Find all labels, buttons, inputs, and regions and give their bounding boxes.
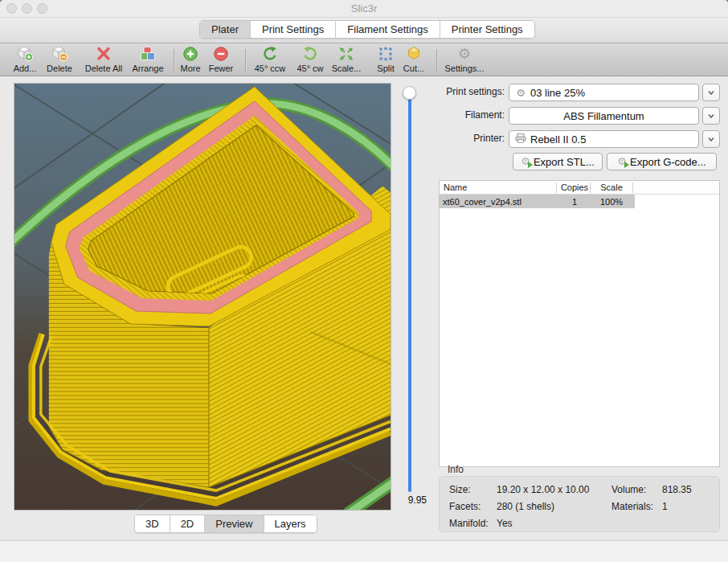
toolbar-separator [245,49,246,72]
fewer-copies-button[interactable]: Fewer [203,45,239,76]
print-settings-combo[interactable]: ⚙ 03 line 25% [509,84,699,101]
table-row[interactable]: xt60_cover_v2p4.stl 1 100% [440,195,635,208]
scale-arrows-icon [326,45,366,64]
facets-value: 280 (1 shells) [497,501,554,512]
layer-slider: 9.95 [391,83,439,511]
export-gear-icon: ⚙ [617,156,627,167]
volume-value: 818.35 [662,484,692,495]
chevron-down-icon [706,111,716,121]
printer-label: Printer: [434,133,505,144]
main-tab-strip: Plater Print Settings Filament Settings … [0,18,728,43]
view-tab-preview[interactable]: Preview [205,515,264,532]
view-tab-3d[interactable]: 3D [135,515,170,532]
cut-box-icon [398,45,430,64]
rotate-cw-button[interactable]: 45° cw [292,45,329,76]
slic3r-window: Slic3r Plater Print Settings Filament Se… [0,0,728,562]
layer-slider-handle[interactable] [403,86,416,100]
viewport-3d[interactable] [14,83,391,511]
print-settings-label: Print settings: [434,86,505,97]
materials-value: 1 [662,501,668,512]
row-name: xt60_cover_v2p4.stl [443,196,521,207]
scale-button[interactable]: Scale... [326,45,366,76]
arrange-cubes-icon [125,45,170,64]
filament-dropdown-button[interactable] [702,107,720,125]
gear-icon: ⚙ [439,45,490,64]
arrange-button[interactable]: Arrange [125,45,170,76]
main-content: 9.95 3D 2D Preview Layers Print settings… [0,76,728,540]
add-object-icon [7,45,43,64]
delete-all-button[interactable]: Delete All [78,45,129,76]
layer-slider-value: 9.95 [391,494,427,506]
more-plus-icon [174,45,207,64]
row-copies: 1 [558,196,591,207]
rotate-ccw-icon [250,45,290,64]
window-title: Slic3r [0,2,728,14]
window-bottom-strip [0,540,728,562]
main-tabs: Plater Print Settings Filament Settings … [199,20,535,39]
add-button[interactable]: Add... [7,45,43,76]
info-panel-title: Info [448,464,464,475]
fewer-minus-icon [203,45,239,64]
size-value: 19.20 x 12.00 x 10.00 [497,484,589,495]
sliced-model-preview [14,84,391,510]
volume-label: Volume: [611,484,646,495]
title-bar: Slic3r [0,0,728,18]
info-panel: Size: 19.20 x 12.00 x 10.00 Volume: 818.… [439,476,720,532]
more-copies-button[interactable]: More [174,45,207,76]
filament-label: Filament: [434,109,505,121]
tab-plater[interactable]: Plater [200,21,251,38]
layer-slider-track[interactable] [408,94,411,492]
split-dots-icon [371,45,400,64]
export-gcode-button[interactable]: ⚙ Export G-code... [607,153,717,170]
tab-printer-settings[interactable]: Printer Settings [440,21,534,38]
printer-icon [514,133,527,146]
column-header-name[interactable]: Name [444,182,467,194]
size-label: Size: [449,484,471,495]
row-scale: 100% [591,196,632,207]
column-header-copies[interactable]: Copies [558,182,591,194]
print-settings-dropdown-button[interactable] [702,84,720,101]
printer-combo[interactable]: Rebell II 0.5 [509,130,699,148]
view-tab-layers[interactable]: Layers [264,515,317,532]
delete-all-x-icon [78,45,129,64]
rotate-ccw-button[interactable]: 45° ccw [250,45,290,76]
manifold-value: Yes [497,518,513,529]
export-gear-icon: ⚙ [521,156,530,167]
column-header-scale[interactable]: Scale [591,182,632,194]
view-tab-2d[interactable]: 2D [170,515,206,532]
manifold-label: Manifold: [449,518,489,529]
cut-button[interactable]: Cut... [398,45,430,76]
facets-label: Facets: [449,501,481,512]
object-settings-button[interactable]: ⚙ Settings... [439,45,490,76]
gear-icon: ⚙ [514,87,527,99]
delete-button[interactable]: Delete [41,45,78,76]
chevron-down-icon [706,88,716,97]
chevron-down-icon [706,134,716,144]
split-button[interactable]: Split [371,45,400,76]
printer-dropdown-button[interactable] [702,130,720,148]
toolbar: Add... Delete Delete All Arrange More [0,43,728,76]
objects-table[interactable]: Name Copies Scale xt60_cover_v2p4.stl 1 … [439,180,720,467]
toolbar-separator [436,49,437,72]
objects-table-header: Name Copies Scale [440,181,719,195]
view-tabs: 3D 2D Preview Layers [134,515,317,533]
export-stl-button[interactable]: ⚙ Export STL... [513,153,603,170]
tab-filament-settings[interactable]: Filament Settings [336,21,440,38]
filament-combo[interactable]: ABS Fillamentum [509,107,699,125]
rotate-cw-icon [292,45,329,64]
materials-label: Materials: [611,501,653,512]
tab-print-settings[interactable]: Print Settings [251,21,336,38]
delete-object-icon [41,45,78,64]
